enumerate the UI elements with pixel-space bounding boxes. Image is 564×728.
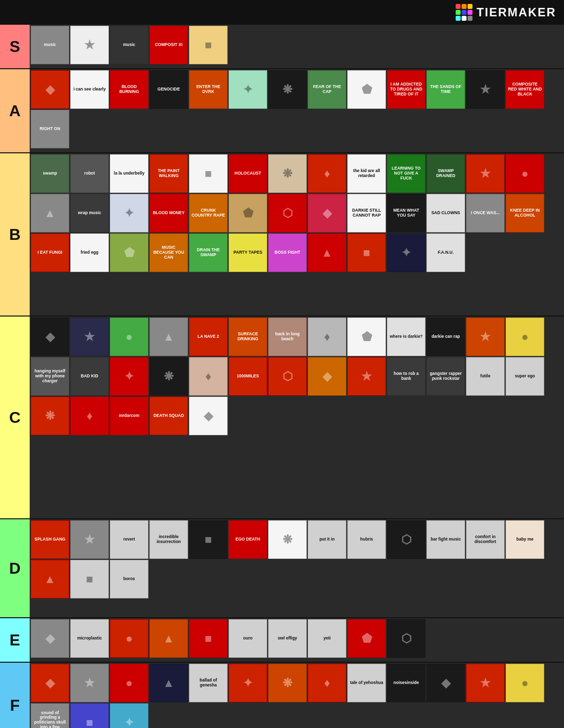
tier-item[interactable]: I AM ADDICTED TO DRUGS AND TIRED OF IT — [387, 70, 425, 109]
tier-item[interactable]: ⬡ — [387, 520, 425, 559]
tier-item[interactable]: where is darkie? — [387, 318, 425, 356]
tier-item[interactable]: KNEE DEEP IN ALCOHOL — [506, 194, 544, 232]
tier-item[interactable]: BOSS FIGHT — [268, 233, 307, 272]
tier-item[interactable]: I ONCE WAS... — [466, 194, 505, 232]
tier-item[interactable]: ♦ — [308, 318, 346, 356]
tier-item[interactable]: ✦ — [110, 357, 148, 396]
tier-item[interactable]: ⬡ — [268, 357, 307, 396]
tier-item[interactable]: ballad of genesha — [189, 664, 228, 702]
tier-item[interactable]: ♦ — [308, 664, 346, 702]
tier-item[interactable]: ❋ — [268, 154, 307, 193]
tier-item[interactable]: music — [110, 26, 148, 64]
tier-item[interactable]: DEATH SQUAD — [149, 397, 188, 435]
tier-item[interactable]: yeti — [308, 619, 346, 658]
tier-item[interactable]: ● — [110, 318, 148, 356]
tier-item[interactable]: ■ — [189, 619, 228, 658]
tier-item[interactable]: gangster rapper punk rockstar — [426, 357, 465, 396]
tier-item[interactable]: ▲ — [149, 664, 188, 702]
tier-item[interactable]: noisesinside — [387, 664, 425, 702]
tier-item[interactable]: tale of yehoshua — [347, 664, 386, 702]
tier-item[interactable]: ⬟ — [347, 619, 386, 658]
tier-item[interactable]: ✦ — [110, 194, 148, 232]
tier-item[interactable]: ▲ — [308, 233, 346, 272]
tier-item[interactable]: ■ — [70, 703, 109, 728]
tier-item[interactable]: mrdarcom — [110, 397, 148, 435]
tier-item[interactable]: ■ — [347, 233, 386, 272]
tier-item[interactable]: ★ — [70, 318, 109, 356]
tier-item[interactable]: incredible insurrection — [149, 520, 188, 559]
tier-item[interactable]: ▲ — [149, 318, 188, 356]
tier-item[interactable]: ● — [506, 318, 544, 356]
tier-item[interactable]: ✦ — [229, 70, 267, 109]
tier-item[interactable]: ■ — [189, 154, 228, 193]
tier-item[interactable]: THE PAINT WALKING — [149, 154, 188, 193]
tier-item[interactable]: ◆ — [31, 664, 69, 702]
tier-item[interactable]: ★ — [70, 664, 109, 702]
tier-item[interactable]: ◆ — [31, 619, 69, 658]
tier-item[interactable]: ❋ — [149, 357, 188, 396]
tier-item[interactable]: PARTY TAPES — [229, 233, 267, 272]
tier-item[interactable]: ouro — [229, 619, 267, 658]
tier-item[interactable]: MEAN WHAT YOU SAY — [387, 194, 425, 232]
tier-item[interactable]: ◆ — [308, 357, 346, 396]
tier-item[interactable]: ✦ — [387, 233, 425, 272]
tier-item[interactable]: SURFACE DRINKING — [229, 318, 267, 356]
tier-item[interactable]: ● — [110, 664, 148, 702]
tier-item[interactable]: ● — [506, 154, 544, 193]
tier-item[interactable]: DRAIN THE SWAMP — [189, 233, 228, 272]
tier-item[interactable]: wrap music — [70, 194, 109, 232]
tier-item[interactable]: EGO DEATH — [229, 520, 267, 559]
tier-item[interactable]: ★ — [70, 520, 109, 559]
tier-item[interactable]: 1000MILES — [229, 357, 267, 396]
tier-item[interactable]: ◆ — [308, 194, 346, 232]
tier-item[interactable]: baby me — [506, 520, 544, 559]
tier-item[interactable]: FEAR OF THE CAP — [308, 70, 346, 109]
tier-item[interactable]: how to rob a bank — [387, 357, 425, 396]
tier-item[interactable]: SAD CLOWNS — [426, 194, 465, 232]
tier-item[interactable]: fried egg — [70, 233, 109, 272]
tier-item[interactable]: futile — [466, 357, 505, 396]
tier-item[interactable]: ❋ — [268, 520, 307, 559]
tier-item[interactable]: I EAT FUNGI — [31, 233, 69, 272]
tier-item[interactable]: COMPOSITE RED WHITE AND BLACK — [506, 70, 544, 109]
tier-item[interactable]: ♦ — [70, 397, 109, 435]
tier-item[interactable]: ❋ — [268, 70, 307, 109]
tier-item[interactable]: RIGHT ON — [31, 110, 69, 148]
tier-item[interactable]: ■ — [70, 560, 109, 598]
tier-item[interactable]: hubris — [347, 520, 386, 559]
tier-item[interactable]: ✦ — [110, 703, 148, 728]
tier-item[interactable]: ♦ — [308, 154, 346, 193]
tier-item[interactable]: ◆ — [31, 318, 69, 356]
tier-item[interactable]: MUSIC BECAUSE YOU CAN — [149, 233, 188, 272]
tier-item[interactable]: ● — [110, 619, 148, 658]
tier-item[interactable]: LEARNING TO NOT GIVE A FUCK — [387, 154, 425, 193]
tier-item[interactable]: ✦ — [229, 664, 267, 702]
tier-item[interactable]: ◆ — [189, 397, 228, 435]
tier-item[interactable]: comfort in discomfort — [466, 520, 505, 559]
tier-item[interactable]: SWAMP DRAINED — [426, 154, 465, 193]
tier-item[interactable]: COMPOSIT XI — [149, 26, 188, 64]
tier-item[interactable]: BAD KID — [70, 357, 109, 396]
tier-item[interactable]: ❋ — [31, 397, 69, 435]
tier-item[interactable]: put it in — [308, 520, 346, 559]
tier-item[interactable]: robot — [70, 154, 109, 193]
tier-item[interactable]: ♦ — [189, 357, 228, 396]
tier-item[interactable]: CRUNK COUNTRY RAPE — [189, 194, 228, 232]
tier-item[interactable]: F.A.N.U. — [426, 233, 465, 272]
tier-item[interactable]: ▲ — [149, 619, 188, 658]
tier-item[interactable]: ⬡ — [268, 194, 307, 232]
tier-item[interactable]: THE SANDS OF TIME — [426, 70, 465, 109]
tier-item[interactable]: ★ — [347, 357, 386, 396]
tier-item[interactable]: ⬟ — [229, 194, 267, 232]
tier-item[interactable]: BLOOD BURNING — [110, 70, 148, 109]
tier-item[interactable]: ⬡ — [387, 619, 425, 658]
tier-item[interactable]: HOLOCAUST — [229, 154, 267, 193]
tier-item[interactable]: back in long beach — [268, 318, 307, 356]
tier-item[interactable]: LA NAVE 2 — [189, 318, 228, 356]
tier-item[interactable]: the kid are all retarded — [347, 154, 386, 193]
tier-item[interactable]: i can see clearly — [70, 70, 109, 109]
tier-item[interactable]: sound of grinding a politicians skull in… — [31, 703, 69, 728]
tier-item[interactable]: ■ — [189, 520, 228, 559]
tier-item[interactable]: GENOCIDE — [149, 70, 188, 109]
tier-item[interactable]: revert — [110, 520, 148, 559]
